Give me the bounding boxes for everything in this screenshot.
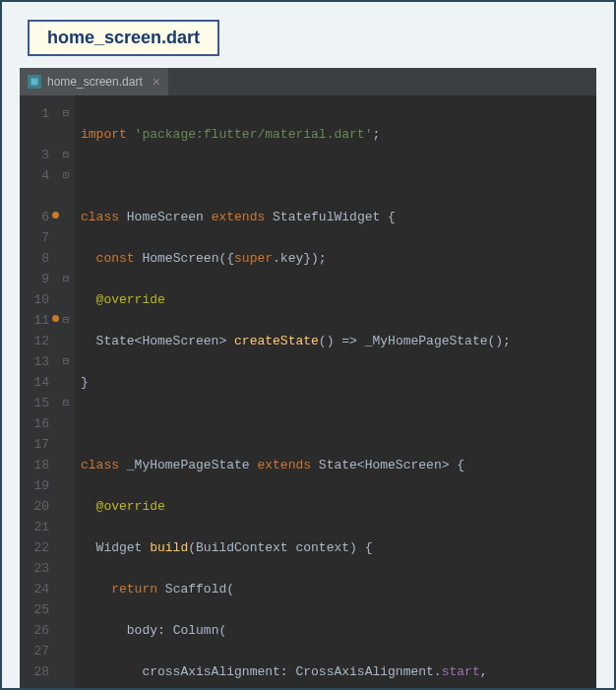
fold-toggle bbox=[57, 579, 75, 599]
code-line: class HomeScreen extends StatefulWidget … bbox=[81, 207, 590, 227]
tab-bar: home_screen.dart × bbox=[20, 68, 596, 95]
fold-toggle bbox=[57, 496, 75, 517]
tab-label: home_screen.dart bbox=[47, 75, 143, 89]
gutter-line: 6 bbox=[24, 207, 49, 227]
fold-toggle[interactable]: ⊟ bbox=[57, 269, 75, 289]
code-content[interactable]: import 'package:flutter/material.dart'; … bbox=[75, 95, 596, 690]
code-line: body: Column( bbox=[81, 620, 590, 641]
code-line bbox=[81, 413, 590, 434]
gutter-line: 9 bbox=[24, 269, 49, 289]
fold-toggle[interactable]: ⊡ bbox=[57, 165, 75, 186]
code-line: class _MyHomePageState extends State<Hom… bbox=[81, 455, 590, 475]
fold-toggle[interactable]: ⊟ bbox=[57, 310, 75, 331]
gutter-line bbox=[24, 186, 49, 207]
gutter-line: 8 bbox=[24, 248, 49, 269]
gutter-line: 14 bbox=[24, 372, 49, 393]
code-line: const HomeScreen({super.key}); bbox=[81, 248, 590, 269]
gutter-line: 4 bbox=[24, 165, 49, 186]
fold-toggle[interactable]: ⊟ bbox=[57, 103, 75, 124]
code-line: return Scaffold( bbox=[81, 579, 590, 599]
code-line: @override bbox=[81, 289, 590, 310]
code-editor: home_screen.dart × 134678910111213141516… bbox=[20, 68, 596, 690]
gutter-line: 7 bbox=[24, 227, 49, 248]
gutter-line: 20 bbox=[24, 496, 49, 517]
gutter-line: 26 bbox=[24, 620, 49, 641]
fold-toggle bbox=[57, 124, 75, 145]
code-line: Widget build(BuildContext context) { bbox=[81, 537, 590, 558]
fold-toggle bbox=[57, 475, 75, 496]
close-icon[interactable]: × bbox=[153, 74, 160, 90]
code-line bbox=[81, 165, 590, 186]
gutter-line: 12 bbox=[24, 331, 49, 351]
gutter-line: 10 bbox=[24, 289, 49, 310]
code-line: @override bbox=[81, 496, 590, 517]
gutter-line: 18 bbox=[24, 455, 49, 475]
fold-toggle[interactable]: ⊟ bbox=[57, 145, 75, 165]
fold-toggle bbox=[57, 248, 75, 269]
fold-toggle bbox=[57, 455, 75, 475]
fold-toggle bbox=[57, 517, 75, 537]
gutter-line: 3 bbox=[24, 145, 49, 165]
gutter-line: 28 bbox=[24, 661, 49, 682]
gutter-line: 25 bbox=[24, 599, 49, 620]
gutter-line: 15 bbox=[24, 393, 49, 413]
fold-toggle bbox=[57, 289, 75, 310]
gutter-line: 11 bbox=[24, 310, 49, 331]
gutter-line: 16 bbox=[24, 413, 49, 434]
file-title-badge: home_screen.dart bbox=[28, 20, 219, 56]
gutter-line: 21 bbox=[24, 517, 49, 537]
gutter-line bbox=[24, 124, 49, 145]
fold-toggle bbox=[57, 186, 75, 207]
fold-toggle bbox=[57, 620, 75, 641]
code-line: import 'package:flutter/material.dart'; bbox=[81, 124, 590, 145]
fold-toggle[interactable]: ⊟ bbox=[57, 393, 75, 413]
gutter-line: 24 bbox=[24, 579, 49, 599]
fold-toggle bbox=[57, 207, 75, 227]
fold-toggle bbox=[57, 641, 75, 661]
gutter-line: 19 bbox=[24, 475, 49, 496]
fold-toggle bbox=[57, 227, 75, 248]
code-line: crossAxisAlignment: CrossAxisAlignment.s… bbox=[81, 661, 590, 682]
code-area: 1346789101112131415161718192021222324252… bbox=[20, 95, 596, 690]
gutter-line: 1 bbox=[24, 103, 49, 124]
override-marker-icon[interactable] bbox=[52, 315, 59, 322]
gutter-line: 13 bbox=[24, 351, 49, 372]
file-tab[interactable]: home_screen.dart × bbox=[20, 68, 168, 95]
fold-toggle bbox=[57, 599, 75, 620]
gutter-line: 22 bbox=[24, 537, 49, 558]
fold-toggle bbox=[57, 331, 75, 351]
code-line: State<HomeScreen> createState() => _MyHo… bbox=[81, 331, 590, 351]
gutter-line: 23 bbox=[24, 558, 49, 579]
code-line: } bbox=[81, 372, 590, 393]
fold-column: ⊟⊟⊡⊟⊟⊟⊟ bbox=[57, 95, 75, 690]
fold-toggle bbox=[57, 558, 75, 579]
fold-toggle bbox=[57, 372, 75, 393]
override-marker-icon[interactable] bbox=[52, 212, 59, 219]
fold-toggle bbox=[57, 413, 75, 434]
fold-toggle[interactable]: ⊟ bbox=[57, 351, 75, 372]
fold-toggle bbox=[57, 434, 75, 455]
gutter-line: 27 bbox=[24, 641, 49, 661]
gutter: 1346789101112131415161718192021222324252… bbox=[20, 95, 57, 690]
dart-file-icon bbox=[28, 75, 41, 89]
fold-toggle bbox=[57, 661, 75, 682]
fold-toggle bbox=[57, 537, 75, 558]
gutter-line: 17 bbox=[24, 434, 49, 455]
